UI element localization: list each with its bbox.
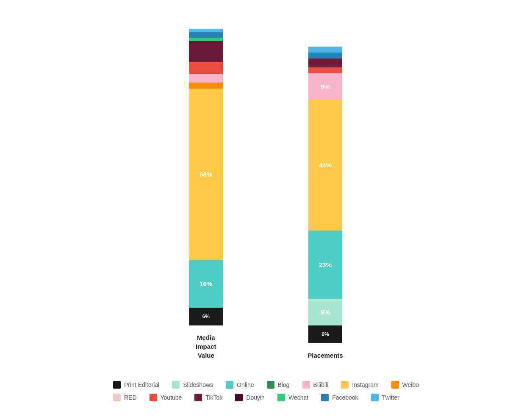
legend-swatch <box>172 381 180 389</box>
bar-segment <box>189 29 223 32</box>
bar-segment: 6% <box>308 325 342 343</box>
legend-swatch <box>341 381 349 389</box>
legend-item: Online <box>226 381 254 389</box>
legend-item: Youtube <box>150 394 182 401</box>
legend-swatch <box>302 381 310 389</box>
legend-item: Print Editorial <box>113 381 159 389</box>
bar-segment: 9% <box>308 73 342 100</box>
legend-row-1: Print EditorialSlideshowsOnlineBlogBilib… <box>113 381 419 389</box>
legend-item: Bilibili <box>302 381 329 389</box>
bar-segment <box>189 32 223 38</box>
legend-item: Wechat <box>277 394 308 401</box>
bar-segment: 9% <box>308 299 342 325</box>
chart-area: 58%16%6% MediaImpactValue 9%44%23%9%6% P… <box>189 16 343 360</box>
legend-label: Wechat <box>288 394 308 401</box>
legend-swatch <box>235 394 243 401</box>
legend-label: Bilibili <box>313 381 329 388</box>
legend: Print EditorialSlideshowsOnlineBlogBilib… <box>88 381 444 401</box>
bar-segment: 23% <box>308 231 342 299</box>
legend-item: Douyin <box>235 394 265 401</box>
legend-label: Douyin <box>246 394 265 401</box>
legend-swatch <box>113 381 121 389</box>
legend-item: Instagram <box>341 381 378 389</box>
legend-swatch <box>277 394 285 401</box>
bar-segment <box>308 47 342 53</box>
legend-label: RED <box>124 394 137 401</box>
bar-segment <box>189 62 223 74</box>
legend-swatch <box>226 381 233 389</box>
bar-segment <box>189 74 223 83</box>
bar-segment <box>189 83 223 89</box>
bar-segment <box>308 58 342 67</box>
legend-label: Blog <box>278 381 290 388</box>
right-bar-group: 9%44%23%9%6% Placements <box>308 47 343 360</box>
legend-label: Youtube <box>161 394 182 401</box>
bar-segment <box>189 38 223 41</box>
bar-segment: 6% <box>189 308 223 325</box>
legend-label: Print Editorial <box>124 381 159 388</box>
legend-swatch <box>371 394 379 401</box>
bar-segment <box>308 67 342 73</box>
legend-swatch <box>267 381 274 389</box>
left-bar-label: MediaImpactValue <box>196 333 216 360</box>
left-bar-container: 58%16%6% <box>189 29 223 325</box>
legend-label: Weibo <box>402 381 419 388</box>
legend-item: Twitter <box>371 394 399 401</box>
bar-segment: 44% <box>308 100 342 231</box>
bar-segment <box>189 41 223 62</box>
legend-label: Facebook <box>332 394 358 401</box>
legend-item: Facebook <box>321 394 358 401</box>
legend-swatch <box>113 394 121 401</box>
legend-item: Blog <box>267 381 290 389</box>
legend-swatch <box>150 394 157 401</box>
legend-label: Slideshows <box>183 381 213 388</box>
legend-item: Weibo <box>391 381 419 389</box>
legend-label: Online <box>237 381 254 388</box>
legend-swatch <box>321 394 329 401</box>
right-bar-container: 9%44%23%9%6% <box>308 47 342 343</box>
legend-swatch <box>391 381 399 389</box>
legend-item: RED <box>113 394 137 401</box>
legend-row-2: REDYoutubeTikTokDouyinWechatFacebookTwit… <box>113 394 399 401</box>
bar-segment <box>308 53 342 58</box>
bar-segment: 16% <box>189 260 223 308</box>
left-bar-group: 58%16%6% MediaImpactValue <box>189 29 223 360</box>
legend-item: Slideshows <box>172 381 213 389</box>
legend-swatch <box>194 394 202 401</box>
legend-label: Twitter <box>382 394 399 401</box>
right-bar-label: Placements <box>308 351 343 360</box>
legend-item: TikTok <box>194 394 222 401</box>
legend-label: TikTok <box>205 394 222 401</box>
legend-label: Instagram <box>352 381 378 388</box>
bar-segment: 58% <box>189 89 223 260</box>
